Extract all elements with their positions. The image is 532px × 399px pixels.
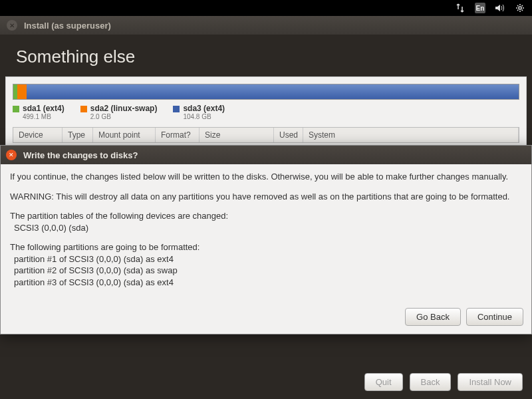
page-title: Something else xyxy=(0,35,532,76)
col-type[interactable]: Type xyxy=(63,128,93,142)
format-item: partition #3 of SCSI3 (0,0,0) (sda) as e… xyxy=(10,277,174,287)
legend-size: 2.0 GB xyxy=(90,113,158,120)
quit-button[interactable]: Quit xyxy=(364,373,403,391)
format-item: partition #1 of SCSI3 (0,0,0) (sda) as e… xyxy=(10,254,174,264)
swatch-icon xyxy=(13,106,19,112)
legend-item: sda3 (ext4)104.8 GB xyxy=(173,104,225,120)
confirm-dialog: ✕ Write the changes to disks? If you con… xyxy=(0,145,532,334)
dialog-format: The following partitions are going to be… xyxy=(10,241,522,288)
col-size[interactable]: Size xyxy=(200,128,274,142)
dialog-title: Write the changes to disks? xyxy=(23,150,138,160)
partition-legend: sda1 (ext4)499.1 MB sda2 (linux-swap)2.0… xyxy=(13,104,519,120)
col-device[interactable]: Device xyxy=(13,128,63,142)
format-item: partition #2 of SCSI3 (0,0,0) (sda) as s… xyxy=(10,265,178,275)
col-format[interactable]: Format? xyxy=(156,128,200,142)
tables-item: SCSI3 (0,0,0) (sda) xyxy=(10,223,88,233)
install-now-button[interactable]: Install Now xyxy=(458,373,523,391)
legend-item: sda2 (linux-swap)2.0 GB xyxy=(80,104,158,120)
legend-name: sda2 (linux-swap) xyxy=(90,104,158,113)
dialog-titlebar: ✕ Write the changes to disks? xyxy=(1,146,531,164)
col-used[interactable]: Used xyxy=(274,128,303,142)
dialog-close-icon[interactable]: ✕ xyxy=(6,150,17,160)
legend-size: 499.1 MB xyxy=(23,113,65,120)
volume-icon[interactable] xyxy=(495,3,505,13)
bar-seg-sda3 xyxy=(27,84,519,99)
legend-name: sda3 (ext4) xyxy=(183,104,225,113)
go-back-button[interactable]: Go Back xyxy=(405,308,461,326)
format-label: The following partitions are going to be… xyxy=(10,242,200,252)
footer-buttons: Quit Back Install Now xyxy=(364,373,523,391)
partition-panel: sda1 (ext4)499.1 MB sda2 (linux-swap)2.0… xyxy=(5,76,527,150)
dialog-body: If you continue, the changes listed belo… xyxy=(1,164,531,303)
gear-icon[interactable] xyxy=(515,3,525,13)
bar-seg-sda2 xyxy=(17,84,27,99)
dialog-buttons: Go Back Continue xyxy=(1,303,531,334)
window-title: Install (as superuser) xyxy=(24,21,111,31)
window-titlebar: ✕ Install (as superuser) xyxy=(0,16,532,35)
network-icon[interactable] xyxy=(455,3,466,13)
partition-table-header: Device Type Mount point Format? Size Use… xyxy=(13,127,519,143)
dialog-warning: WARNING: This will destroy all data on a… xyxy=(10,191,522,203)
svg-point-0 xyxy=(519,7,521,9)
disk-usage-bar xyxy=(13,84,519,100)
dialog-intro: If you continue, the changes listed belo… xyxy=(10,171,522,183)
col-system[interactable]: System xyxy=(303,128,519,142)
window-close-icon[interactable]: ✕ xyxy=(7,20,17,31)
lang-indicator[interactable]: En xyxy=(475,3,485,13)
legend-item: sda1 (ext4)499.1 MB xyxy=(13,104,65,120)
dialog-tables: The partition tables of the following de… xyxy=(10,210,522,233)
continue-button[interactable]: Continue xyxy=(466,308,523,326)
legend-name: sda1 (ext4) xyxy=(23,104,65,113)
swatch-icon xyxy=(173,106,180,112)
swatch-icon xyxy=(80,106,87,112)
system-topbar: En xyxy=(0,0,532,16)
legend-size: 104.8 GB xyxy=(183,113,225,120)
col-mount[interactable]: Mount point xyxy=(93,128,156,142)
back-button[interactable]: Back xyxy=(410,373,452,391)
tables-label: The partition tables of the following de… xyxy=(10,211,228,221)
